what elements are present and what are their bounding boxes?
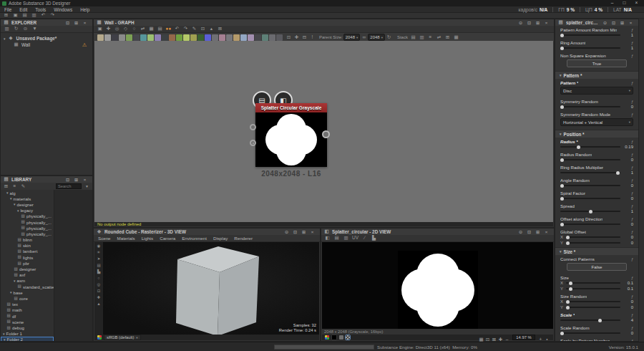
new-package-icon[interactable]: ⊞ (3, 13, 9, 19)
function-icon[interactable]: ƒ (631, 28, 633, 32)
black-background-icon[interactable] (331, 335, 337, 340)
lib-item-alg[interactable]: ▾alg (1, 190, 54, 196)
maximize-icon[interactable]: ⊞ (619, 20, 625, 26)
palette-node-icon-21[interactable] (240, 34, 247, 41)
layers-icon[interactable]: ◧ (324, 236, 331, 241)
param-value[interactable]: 1 (623, 46, 633, 50)
alert-icon[interactable]: ! (309, 34, 316, 40)
function-icon[interactable]: ƒ (631, 165, 633, 170)
palette-node-icon-25[interactable] (269, 34, 275, 41)
maximize-icon[interactable]: ⊞ (535, 20, 541, 26)
v3d-menu-materials[interactable]: Materials (117, 236, 135, 241)
menu-file[interactable]: File (4, 7, 11, 12)
curve-left-icon[interactable]: ↶ (174, 27, 180, 32)
palette-node-icon-5[interactable] (126, 34, 132, 41)
lib-item-df[interactable]: ▤df (1, 313, 54, 319)
lib-item-base[interactable]: ▾base (1, 289, 54, 295)
lib-item-lights[interactable]: ▤lights (1, 254, 54, 260)
lib-item-asm[interactable]: ▾asm (1, 278, 54, 284)
menu-windows[interactable]: Windows (54, 7, 72, 12)
slider-handle[interactable] (560, 223, 564, 226)
close-icon[interactable]: × (543, 229, 550, 235)
palette-node-icon-12[interactable] (176, 34, 182, 41)
link-sizes-icon[interactable]: ∞ (361, 34, 367, 40)
function-icon[interactable]: ƒ (631, 100, 633, 104)
palette-node-icon-26[interactable] (276, 34, 283, 41)
palette-node-icon-17[interactable] (212, 34, 218, 41)
function-icon[interactable]: ƒ (631, 230, 633, 234)
slider-track[interactable] (560, 106, 620, 107)
slider-track[interactable] (566, 236, 620, 238)
slider-handle[interactable] (566, 300, 570, 304)
slider-track[interactable] (560, 211, 620, 212)
lib-item-core[interactable]: ▤core (1, 295, 54, 301)
palette-node-icon-11[interactable] (169, 34, 175, 41)
slider-track[interactable] (566, 282, 620, 284)
function-icon[interactable]: ƒ (631, 204, 633, 208)
param-value[interactable]: 0.19 (623, 145, 633, 149)
checker-background-icon[interactable] (346, 335, 350, 340)
display-icon[interactable]: ⊡ (286, 34, 292, 40)
tree-collapse-icon[interactable]: ▾ (4, 37, 6, 41)
float-icon[interactable]: ⊡ (526, 20, 532, 26)
folder-icon[interactable]: ▤ (21, 13, 28, 19)
node-title[interactable]: Splatter Circular Grayscale (255, 103, 327, 112)
function-icon[interactable]: ƒ (631, 140, 633, 144)
undo-icon[interactable]: ↶ (40, 13, 47, 19)
function-icon[interactable]: ƒ (631, 326, 633, 330)
search-filter-icon[interactable]: ▼ (84, 183, 90, 189)
frame-all-icon[interactable]: ▣ (97, 27, 103, 32)
lib-item-designer[interactable]: ▤designer (1, 266, 54, 271)
view-3d-viewport[interactable]: ◉☀➤▤▙○◎⊡✚▲ Samples: 32 Render Time: 0.24… (94, 242, 319, 335)
reload-icon[interactable]: ↻ (13, 27, 19, 32)
link-icon[interactable]: ⊙ (22, 27, 29, 32)
curve-right-icon[interactable]: ↷ (182, 27, 189, 32)
v3d-menu-lights[interactable]: Lights (142, 236, 154, 241)
graph-tab-label[interactable]: Wall - GRAPH (104, 20, 135, 25)
v3d-menu-environment[interactable]: Environment (182, 236, 207, 241)
param-value[interactable]: 1 (623, 209, 633, 213)
section-position-[interactable]: ▾Position * (555, 130, 638, 138)
palette-node-icon-9[interactable] (155, 34, 161, 41)
lib-item-standard-scatter[interactable]: ▤standard_scatter (1, 284, 54, 289)
lib-item-axf[interactable]: ▤axf (1, 272, 54, 278)
screenshot-icon[interactable]: ◎ (114, 27, 120, 32)
maximize-icon[interactable]: ⊞ (73, 177, 79, 183)
lib-item-physically-[interactable]: ▤physically_... (1, 213, 54, 219)
terrain-icon[interactable]: ▲ (96, 302, 102, 307)
lib-item-tex[interactable]: ▤tex (1, 302, 54, 307)
function-icon[interactable]: ƒ (631, 257, 633, 261)
zoom-value[interactable]: 14.97 % (512, 335, 535, 341)
lib-item-pbr[interactable]: ▤pbr (1, 260, 54, 266)
section-pattern-[interactable]: ▾Pattern * (555, 71, 638, 79)
save-package-icon[interactable]: ▥ (4, 27, 10, 32)
slider-handle[interactable] (560, 184, 564, 188)
param-value[interactable]: 0 (623, 235, 633, 239)
distribute-icon[interactable]: ⊞ (444, 34, 451, 40)
light-icon[interactable]: ☀ (96, 250, 102, 255)
slider-track[interactable] (560, 319, 620, 321)
close-icon[interactable]: × (82, 20, 88, 26)
uv-icon[interactable]: UV (352, 236, 358, 241)
close-icon[interactable]: × (82, 177, 88, 183)
function-icon[interactable]: ƒ (631, 217, 633, 221)
notification-icon[interactable]: ◎ (96, 282, 102, 287)
toggle-button[interactable]: True (567, 59, 627, 67)
pin-icon[interactable]: ⊙ (517, 20, 524, 26)
maximize-icon[interactable]: ⊞ (73, 20, 79, 26)
refresh-icon[interactable]: ↻ (386, 34, 392, 40)
param-value[interactable]: 1 (623, 170, 633, 175)
function-icon[interactable]: ƒ (631, 153, 633, 157)
menu-tools[interactable]: Tools (35, 7, 46, 12)
slider-track[interactable] (560, 47, 620, 49)
grid-icon[interactable]: ⊞ (217, 27, 223, 32)
palette-node-icon-8[interactable] (147, 34, 154, 41)
lib-item-debug[interactable]: ▤debug (1, 324, 54, 330)
param-value[interactable]: 4 (623, 318, 633, 322)
palette-node-icon-10[interactable] (162, 34, 168, 41)
param-value[interactable]: 0 (623, 299, 633, 304)
node-splatter-circular[interactable]: Splatter Circular Grayscale (255, 103, 327, 167)
palette-node-icon-16[interactable] (205, 34, 211, 41)
layout-icon[interactable]: ▤ (157, 27, 163, 32)
slider-track[interactable] (560, 146, 620, 148)
